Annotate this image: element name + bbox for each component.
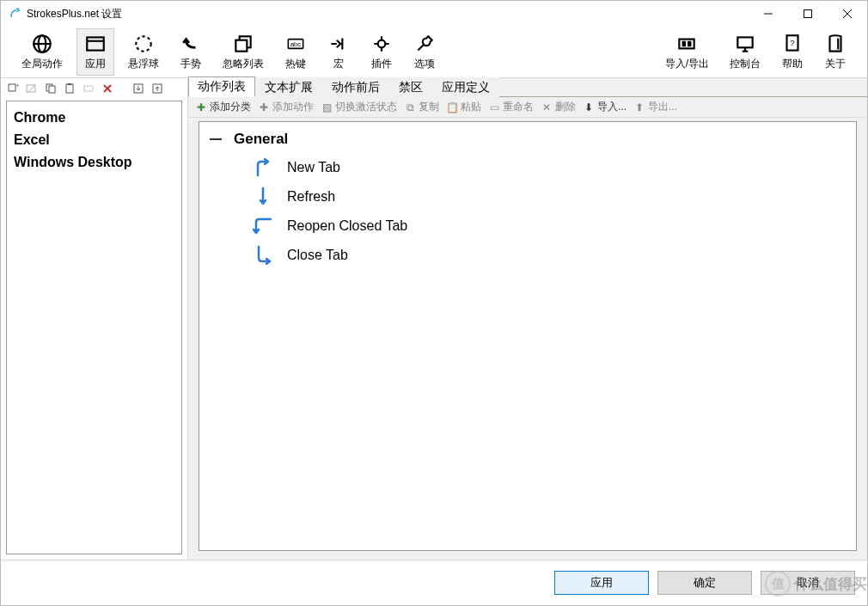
action-tree[interactable]: General New Tab Refresh Reopen Closed Ta… bbox=[199, 121, 857, 551]
gesture-down-right-icon bbox=[251, 244, 275, 266]
toolbar-label: 帮助 bbox=[782, 57, 803, 71]
toolbar-label: 应用 bbox=[85, 57, 106, 71]
svg-rect-33 bbox=[84, 86, 93, 91]
plus-icon: ✚ bbox=[195, 101, 207, 113]
close-button[interactable] bbox=[828, 1, 867, 27]
options-button[interactable]: 选项 bbox=[406, 29, 443, 75]
tab-before-after[interactable]: 动作前后 bbox=[322, 77, 389, 97]
global-actions-button[interactable]: 全局动作 bbox=[15, 29, 70, 75]
applications-button[interactable]: 应用 bbox=[76, 28, 114, 76]
svg-rect-31 bbox=[66, 84, 73, 93]
keyboard-key-icon: abc bbox=[284, 33, 307, 55]
tab-forbidden[interactable]: 禁区 bbox=[389, 77, 432, 97]
tree-action[interactable]: Close Tab bbox=[210, 241, 846, 270]
list-item[interactable]: Windows Desktop bbox=[14, 151, 174, 174]
toolbar-label: 选项 bbox=[414, 57, 435, 71]
action-label: Refresh bbox=[287, 189, 335, 205]
maximize-button[interactable] bbox=[788, 1, 828, 27]
toggle-active-button[interactable]: ▨切换激活状态 bbox=[319, 100, 399, 114]
undo-arrow-icon bbox=[180, 33, 202, 55]
svg-rect-2 bbox=[804, 10, 812, 18]
svg-rect-18 bbox=[688, 42, 690, 46]
export-button[interactable]: ⬆导出... bbox=[632, 100, 679, 114]
tree-group[interactable]: General bbox=[210, 131, 846, 148]
app-list[interactable]: Chrome Excel Windows Desktop bbox=[6, 101, 182, 554]
list-item[interactable]: Excel bbox=[14, 129, 174, 151]
main-toolbar: 全局动作 应用 悬浮球 手势 忽略列表 abc 热键 宏 插件 选项 导入/导出… bbox=[1, 27, 867, 78]
help-button[interactable]: ? 帮助 bbox=[774, 29, 810, 75]
floater-button[interactable]: 悬浮球 bbox=[121, 29, 166, 75]
paste-button[interactable]: 📋粘贴 bbox=[444, 100, 483, 114]
ok-button[interactable]: 确定 bbox=[657, 571, 752, 595]
circle-dashed-icon bbox=[132, 33, 155, 55]
macro-button[interactable]: 宏 bbox=[321, 29, 357, 75]
book-icon bbox=[824, 33, 847, 55]
svg-point-0 bbox=[17, 8, 19, 9]
plus-greyed-icon: ✚ bbox=[258, 101, 270, 113]
right-panel: 动作列表 文本扩展 动作前后 禁区 应用定义 ✚添加分类 ✚添加动作 ▨切换激活… bbox=[188, 78, 867, 560]
gestures-button[interactable]: 手势 bbox=[173, 29, 209, 75]
monitor-icon bbox=[734, 33, 756, 55]
toggle-icon[interactable] bbox=[25, 82, 39, 95]
toolbar-label: 关于 bbox=[825, 57, 846, 71]
tree-action[interactable]: New Tab bbox=[210, 153, 846, 182]
plugins-button[interactable]: 插件 bbox=[364, 29, 400, 75]
rename-icon[interactable] bbox=[82, 82, 95, 95]
tab-app-definition[interactable]: 应用定义 bbox=[432, 77, 499, 97]
workspace: + Chrome Excel Windows Desktop 动作列表 文本扩展… bbox=[1, 78, 867, 560]
about-button[interactable]: 关于 bbox=[817, 29, 853, 75]
tree-action[interactable]: Refresh bbox=[210, 182, 846, 211]
paste-icon[interactable] bbox=[63, 82, 76, 95]
list-item[interactable]: Chrome bbox=[14, 107, 174, 129]
svg-point-10 bbox=[136, 36, 150, 51]
import-small-icon[interactable] bbox=[131, 82, 145, 95]
action-label: Close Tab bbox=[287, 248, 348, 263]
tabs-row: 动作列表 文本扩展 动作前后 禁区 应用定义 bbox=[188, 78, 867, 97]
add-action-button[interactable]: ✚添加动作 bbox=[256, 100, 315, 114]
import-button[interactable]: ⬇导入... bbox=[581, 100, 628, 114]
window-title: StrokesPlus.net 设置 bbox=[27, 7, 122, 21]
toolbar-label: 插件 bbox=[371, 57, 392, 71]
paste-greyed-icon: 📋 bbox=[446, 101, 458, 113]
rename-greyed-icon: ▭ bbox=[488, 101, 500, 113]
apply-button[interactable]: 应用 bbox=[554, 571, 649, 595]
toggle-greyed-icon: ▨ bbox=[321, 101, 333, 113]
delete-icon[interactable] bbox=[101, 82, 114, 95]
tree-action[interactable]: Reopen Closed Tab bbox=[210, 211, 846, 241]
tab-action-list[interactable]: 动作列表 bbox=[188, 77, 255, 97]
svg-rect-17 bbox=[683, 42, 685, 46]
globe-icon bbox=[31, 33, 53, 55]
gear-arrows-icon bbox=[370, 33, 393, 55]
import-export-icon bbox=[675, 33, 698, 55]
svg-rect-30 bbox=[49, 86, 55, 93]
svg-rect-8 bbox=[87, 37, 104, 50]
import-export-button[interactable]: 导入/导出 bbox=[658, 29, 716, 75]
collapse-icon[interactable] bbox=[210, 138, 222, 140]
rename-button[interactable]: ▭重命名 bbox=[486, 100, 535, 114]
add-app-icon[interactable]: + bbox=[6, 82, 20, 95]
cancel-button[interactable]: 取消 bbox=[761, 571, 855, 595]
ignore-list-button[interactable]: 忽略列表 bbox=[216, 29, 271, 75]
tab-text-expansion[interactable]: 文本扩展 bbox=[255, 77, 322, 97]
sidebar: + Chrome Excel Windows Desktop bbox=[1, 78, 188, 560]
stack-icon bbox=[232, 33, 254, 55]
gesture-up-right-icon bbox=[251, 156, 275, 179]
minimize-button[interactable] bbox=[749, 1, 788, 27]
copy-button[interactable]: ⧉复制 bbox=[402, 100, 441, 114]
export-small-icon[interactable] bbox=[150, 82, 164, 95]
gesture-left-down-icon bbox=[251, 215, 275, 237]
titlebar: StrokesPlus.net 设置 bbox=[1, 1, 867, 27]
toolbar-label: 热键 bbox=[285, 57, 306, 71]
svg-text:abc: abc bbox=[290, 40, 301, 48]
hotkeys-button[interactable]: abc 热键 bbox=[278, 29, 314, 75]
macro-icon bbox=[327, 33, 350, 55]
console-button[interactable]: 控制台 bbox=[723, 29, 767, 75]
x-greyed-icon: ✕ bbox=[541, 101, 553, 113]
delete-button[interactable]: ✕删除 bbox=[539, 100, 578, 114]
add-category-button[interactable]: ✚添加分类 bbox=[193, 100, 253, 114]
copy-icon[interactable] bbox=[44, 82, 58, 95]
svg-line-28 bbox=[28, 85, 35, 92]
action-toolbar: ✚添加分类 ✚添加动作 ▨切换激活状态 ⧉复制 📋粘贴 ▭重命名 ✕删除 ⬇导入… bbox=[188, 97, 867, 118]
document-help-icon: ? bbox=[781, 33, 804, 55]
wrench-icon bbox=[413, 33, 436, 55]
